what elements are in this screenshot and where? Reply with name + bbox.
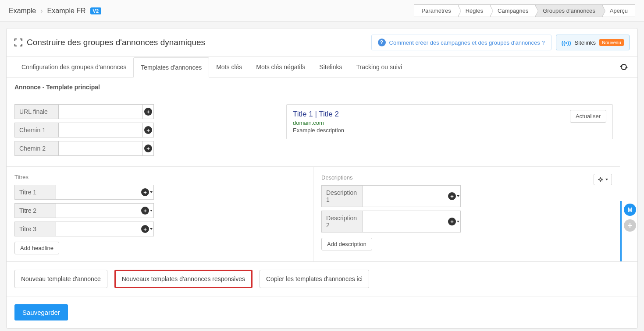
input-titre2[interactable]: [56, 203, 140, 218]
plus-circle-icon: +: [144, 126, 152, 134]
label-chemin2: Chemin 2: [14, 141, 58, 156]
plus-circle-icon: +: [448, 192, 456, 200]
tab-configuration[interactable]: Configuration des groupes d'annonces: [14, 57, 133, 77]
breadcrumb-item-1[interactable]: Example: [9, 7, 36, 15]
addon-titre1[interactable]: +: [140, 185, 154, 200]
caret-down-icon: [457, 195, 459, 197]
section-title: Annonce - Template principal: [7, 77, 637, 97]
gear-icon: [598, 176, 604, 183]
titres-section-title: Titres: [14, 174, 305, 180]
add-description-button[interactable]: Add description: [321, 238, 372, 250]
sitelinks-button[interactable]: ((•)) Sitelinks Nouveau: [556, 35, 630, 50]
addon-chemin1[interactable]: +: [142, 123, 154, 137]
descriptions-settings-button[interactable]: [594, 174, 612, 185]
step-regles[interactable]: Règles: [458, 4, 491, 17]
new-template-button[interactable]: Nouveau template d'annonce: [14, 270, 107, 288]
addon-titre3[interactable]: +: [140, 222, 154, 236]
copy-templates-button[interactable]: Copier les templates d'annonces ici: [260, 270, 369, 288]
label-chemin1: Chemin 1: [14, 123, 58, 137]
svg-point-0: [600, 179, 601, 180]
preview-domain: domain.com: [293, 120, 344, 126]
step-parametres[interactable]: Paramètres: [414, 4, 458, 17]
breadcrumb: Example › Example FR V2: [9, 7, 101, 15]
addon-url-finale[interactable]: +: [142, 104, 154, 119]
label-titre2: Titre 2: [14, 203, 56, 218]
version-badge: V2: [90, 7, 101, 14]
label-titre1: Titre 1: [14, 185, 56, 200]
tab-bar: Configuration des groupes d'annonces Tem…: [7, 57, 637, 77]
input-chemin1[interactable]: [58, 123, 142, 137]
tab-sitelinks[interactable]: Sitelinks: [312, 57, 349, 77]
caret-down-icon: [150, 191, 153, 193]
input-chemin2[interactable]: [58, 141, 142, 156]
expand-icon[interactable]: [14, 39, 22, 46]
help-text: Comment créer des campagnes et des group…: [389, 39, 545, 46]
step-navigation: Paramètres Règles Campagnes Groupes d'an…: [414, 4, 635, 17]
label-description2: Description 2: [321, 211, 363, 232]
add-headline-button[interactable]: Add headline: [14, 242, 59, 254]
label-titre3: Titre 3: [14, 222, 56, 236]
help-icon: ?: [378, 39, 386, 46]
caret-down-icon: [457, 221, 459, 222]
plus-circle-icon: +: [141, 225, 149, 233]
plus-circle-icon: +: [144, 108, 152, 116]
caret-down-icon: [605, 179, 608, 180]
preview-description: Example description: [293, 127, 344, 134]
addon-description1[interactable]: +: [447, 185, 461, 207]
tab-mots-negatifs[interactable]: Mots clés négatifs: [249, 57, 312, 77]
addon-description2[interactable]: +: [447, 211, 461, 232]
page-title: Construire des groupes d'annonces dynami…: [14, 38, 205, 47]
page-title-text: Construire des groupes d'annonces dynami…: [27, 38, 205, 47]
step-groupes[interactable]: Groupes d'annonces: [535, 4, 603, 17]
sitelinks-label: Sitelinks: [575, 39, 596, 46]
caret-down-icon: [150, 228, 153, 230]
caret-down-icon: [150, 210, 153, 211]
tab-mots-cles[interactable]: Mots clés: [209, 57, 249, 77]
plus-circle-icon: +: [448, 218, 456, 225]
rail-add-button[interactable]: [624, 219, 636, 232]
input-titre1[interactable]: [56, 185, 140, 200]
template-rail: M: [622, 201, 638, 232]
save-button[interactable]: Sauvegarder: [14, 304, 68, 320]
new-badge: Nouveau: [599, 39, 624, 46]
ad-preview: Title 1 | Title 2 domain.com Example des…: [286, 104, 613, 139]
reload-icon[interactable]: [618, 57, 630, 77]
tab-templates[interactable]: Templates d'annonces: [133, 57, 209, 77]
input-description2[interactable]: [363, 211, 447, 232]
input-titre3[interactable]: [56, 222, 140, 236]
addon-chemin2[interactable]: +: [142, 141, 154, 156]
addon-titre2[interactable]: +: [140, 203, 154, 218]
broadcast-icon: ((•)): [562, 39, 571, 46]
input-description1[interactable]: [363, 185, 447, 207]
step-campagnes[interactable]: Campagnes: [490, 4, 536, 17]
label-description1: Description 1: [321, 185, 363, 207]
descriptions-section-title: Descriptions: [321, 174, 353, 181]
refresh-preview-button[interactable]: Actualiser: [570, 110, 606, 123]
preview-title: Title 1 | Title 2: [293, 110, 344, 119]
new-responsive-templates-button[interactable]: Nouveaux templates d'annonces responsive…: [114, 270, 253, 288]
input-url-finale[interactable]: [58, 104, 142, 119]
tab-tracking[interactable]: Tracking ou suivi: [349, 57, 409, 77]
help-link[interactable]: ? Comment créer des campagnes et des gro…: [371, 35, 551, 50]
plus-circle-icon: +: [141, 207, 149, 215]
step-apercu[interactable]: Aperçu: [602, 4, 635, 17]
rail-template-m[interactable]: M: [624, 204, 636, 216]
label-url-finale: URL finale: [14, 104, 58, 119]
breadcrumb-separator: ›: [40, 7, 43, 15]
breadcrumb-item-2[interactable]: Example FR: [47, 7, 86, 15]
plus-circle-icon: +: [141, 188, 149, 196]
plus-circle-icon: +: [144, 144, 152, 152]
